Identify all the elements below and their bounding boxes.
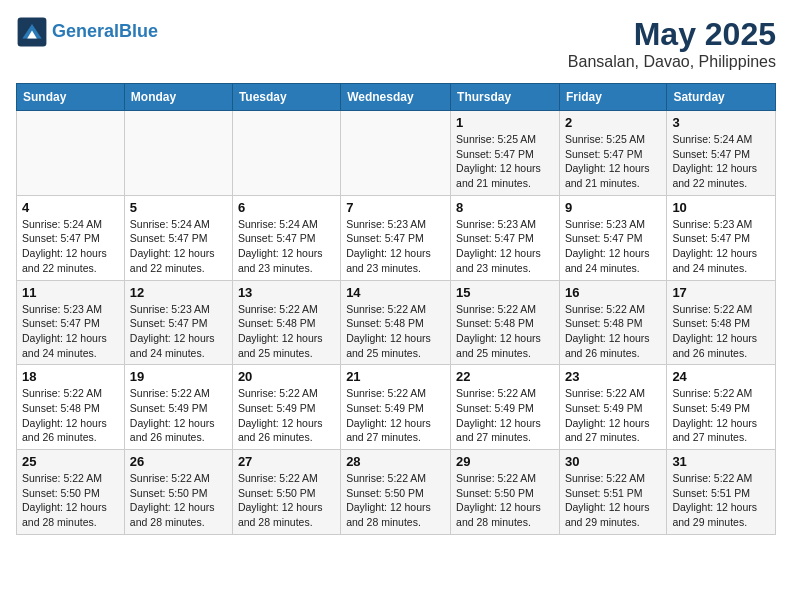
day-number: 8 — [456, 200, 554, 215]
day-info: Sunrise: 5:22 AM Sunset: 5:49 PM Dayligh… — [238, 386, 335, 445]
day-info: Sunrise: 5:22 AM Sunset: 5:50 PM Dayligh… — [22, 471, 119, 530]
day-cell: 1Sunrise: 5:25 AM Sunset: 5:47 PM Daylig… — [451, 111, 560, 196]
day-number: 1 — [456, 115, 554, 130]
day-info: Sunrise: 5:24 AM Sunset: 5:47 PM Dayligh… — [22, 217, 119, 276]
calendar-table: SundayMondayTuesdayWednesdayThursdayFrid… — [16, 83, 776, 535]
day-number: 11 — [22, 285, 119, 300]
day-cell: 18Sunrise: 5:22 AM Sunset: 5:48 PM Dayli… — [17, 365, 125, 450]
day-cell: 21Sunrise: 5:22 AM Sunset: 5:49 PM Dayli… — [341, 365, 451, 450]
week-row-3: 11Sunrise: 5:23 AM Sunset: 5:47 PM Dayli… — [17, 280, 776, 365]
day-cell: 12Sunrise: 5:23 AM Sunset: 5:47 PM Dayli… — [124, 280, 232, 365]
day-number: 26 — [130, 454, 227, 469]
day-cell: 4Sunrise: 5:24 AM Sunset: 5:47 PM Daylig… — [17, 195, 125, 280]
day-number: 24 — [672, 369, 770, 384]
day-cell: 20Sunrise: 5:22 AM Sunset: 5:49 PM Dayli… — [232, 365, 340, 450]
day-number: 10 — [672, 200, 770, 215]
day-cell: 19Sunrise: 5:22 AM Sunset: 5:49 PM Dayli… — [124, 365, 232, 450]
day-info: Sunrise: 5:22 AM Sunset: 5:49 PM Dayligh… — [130, 386, 227, 445]
day-cell: 27Sunrise: 5:22 AM Sunset: 5:50 PM Dayli… — [232, 450, 340, 535]
day-cell: 2Sunrise: 5:25 AM Sunset: 5:47 PM Daylig… — [559, 111, 666, 196]
header-monday: Monday — [124, 84, 232, 111]
calendar-header-row: SundayMondayTuesdayWednesdayThursdayFrid… — [17, 84, 776, 111]
day-number: 27 — [238, 454, 335, 469]
week-row-4: 18Sunrise: 5:22 AM Sunset: 5:48 PM Dayli… — [17, 365, 776, 450]
day-info: Sunrise: 5:23 AM Sunset: 5:47 PM Dayligh… — [456, 217, 554, 276]
day-number: 6 — [238, 200, 335, 215]
page-header: GeneralBlue May 2025 Bansalan, Davao, Ph… — [16, 16, 776, 71]
day-cell: 8Sunrise: 5:23 AM Sunset: 5:47 PM Daylig… — [451, 195, 560, 280]
day-info: Sunrise: 5:25 AM Sunset: 5:47 PM Dayligh… — [456, 132, 554, 191]
day-cell: 29Sunrise: 5:22 AM Sunset: 5:50 PM Dayli… — [451, 450, 560, 535]
day-info: Sunrise: 5:22 AM Sunset: 5:48 PM Dayligh… — [672, 302, 770, 361]
day-info: Sunrise: 5:22 AM Sunset: 5:50 PM Dayligh… — [130, 471, 227, 530]
day-cell: 9Sunrise: 5:23 AM Sunset: 5:47 PM Daylig… — [559, 195, 666, 280]
day-number: 16 — [565, 285, 661, 300]
day-number: 18 — [22, 369, 119, 384]
logo-blue: Blue — [119, 21, 158, 41]
day-number: 17 — [672, 285, 770, 300]
day-cell: 22Sunrise: 5:22 AM Sunset: 5:49 PM Dayli… — [451, 365, 560, 450]
day-number: 14 — [346, 285, 445, 300]
day-info: Sunrise: 5:24 AM Sunset: 5:47 PM Dayligh… — [672, 132, 770, 191]
day-cell — [17, 111, 125, 196]
day-cell: 13Sunrise: 5:22 AM Sunset: 5:48 PM Dayli… — [232, 280, 340, 365]
day-info: Sunrise: 5:22 AM Sunset: 5:49 PM Dayligh… — [346, 386, 445, 445]
day-cell: 25Sunrise: 5:22 AM Sunset: 5:50 PM Dayli… — [17, 450, 125, 535]
day-cell: 14Sunrise: 5:22 AM Sunset: 5:48 PM Dayli… — [341, 280, 451, 365]
day-info: Sunrise: 5:22 AM Sunset: 5:51 PM Dayligh… — [672, 471, 770, 530]
title-block: May 2025 Bansalan, Davao, Philippines — [568, 16, 776, 71]
header-wednesday: Wednesday — [341, 84, 451, 111]
day-cell: 26Sunrise: 5:22 AM Sunset: 5:50 PM Dayli… — [124, 450, 232, 535]
day-info: Sunrise: 5:22 AM Sunset: 5:48 PM Dayligh… — [456, 302, 554, 361]
day-number: 3 — [672, 115, 770, 130]
day-cell — [341, 111, 451, 196]
day-info: Sunrise: 5:22 AM Sunset: 5:49 PM Dayligh… — [456, 386, 554, 445]
day-number: 28 — [346, 454, 445, 469]
header-sunday: Sunday — [17, 84, 125, 111]
day-cell: 10Sunrise: 5:23 AM Sunset: 5:47 PM Dayli… — [667, 195, 776, 280]
header-friday: Friday — [559, 84, 666, 111]
day-cell: 23Sunrise: 5:22 AM Sunset: 5:49 PM Dayli… — [559, 365, 666, 450]
day-info: Sunrise: 5:24 AM Sunset: 5:47 PM Dayligh… — [130, 217, 227, 276]
logo-general: General — [52, 21, 119, 41]
day-cell: 30Sunrise: 5:22 AM Sunset: 5:51 PM Dayli… — [559, 450, 666, 535]
day-cell: 31Sunrise: 5:22 AM Sunset: 5:51 PM Dayli… — [667, 450, 776, 535]
day-number: 25 — [22, 454, 119, 469]
header-thursday: Thursday — [451, 84, 560, 111]
day-cell — [232, 111, 340, 196]
day-cell: 5Sunrise: 5:24 AM Sunset: 5:47 PM Daylig… — [124, 195, 232, 280]
day-number: 7 — [346, 200, 445, 215]
day-cell: 15Sunrise: 5:22 AM Sunset: 5:48 PM Dayli… — [451, 280, 560, 365]
day-info: Sunrise: 5:23 AM Sunset: 5:47 PM Dayligh… — [346, 217, 445, 276]
logo-text: GeneralBlue — [52, 22, 158, 42]
day-info: Sunrise: 5:22 AM Sunset: 5:51 PM Dayligh… — [565, 471, 661, 530]
day-number: 30 — [565, 454, 661, 469]
logo: GeneralBlue — [16, 16, 158, 48]
day-info: Sunrise: 5:23 AM Sunset: 5:47 PM Dayligh… — [130, 302, 227, 361]
day-number: 23 — [565, 369, 661, 384]
day-info: Sunrise: 5:23 AM Sunset: 5:47 PM Dayligh… — [565, 217, 661, 276]
day-info: Sunrise: 5:22 AM Sunset: 5:49 PM Dayligh… — [565, 386, 661, 445]
day-number: 20 — [238, 369, 335, 384]
day-number: 22 — [456, 369, 554, 384]
logo-icon — [16, 16, 48, 48]
week-row-5: 25Sunrise: 5:22 AM Sunset: 5:50 PM Dayli… — [17, 450, 776, 535]
day-info: Sunrise: 5:22 AM Sunset: 5:50 PM Dayligh… — [456, 471, 554, 530]
day-number: 2 — [565, 115, 661, 130]
day-cell: 17Sunrise: 5:22 AM Sunset: 5:48 PM Dayli… — [667, 280, 776, 365]
day-info: Sunrise: 5:22 AM Sunset: 5:48 PM Dayligh… — [22, 386, 119, 445]
day-number: 4 — [22, 200, 119, 215]
day-number: 31 — [672, 454, 770, 469]
day-info: Sunrise: 5:22 AM Sunset: 5:48 PM Dayligh… — [565, 302, 661, 361]
day-cell: 16Sunrise: 5:22 AM Sunset: 5:48 PM Dayli… — [559, 280, 666, 365]
day-number: 13 — [238, 285, 335, 300]
day-info: Sunrise: 5:22 AM Sunset: 5:50 PM Dayligh… — [346, 471, 445, 530]
day-number: 15 — [456, 285, 554, 300]
day-cell: 7Sunrise: 5:23 AM Sunset: 5:47 PM Daylig… — [341, 195, 451, 280]
day-number: 19 — [130, 369, 227, 384]
day-cell: 28Sunrise: 5:22 AM Sunset: 5:50 PM Dayli… — [341, 450, 451, 535]
calendar-title: May 2025 — [568, 16, 776, 53]
day-number: 29 — [456, 454, 554, 469]
day-number: 5 — [130, 200, 227, 215]
day-number: 9 — [565, 200, 661, 215]
